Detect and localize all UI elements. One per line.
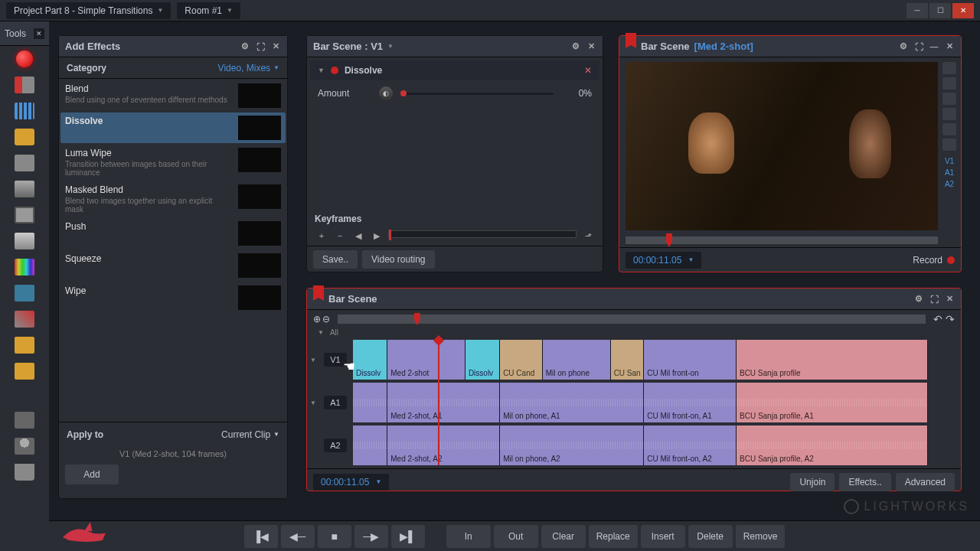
- effect-instance-row[interactable]: ▼ Dissolve ✕: [310, 60, 599, 80]
- clip[interactable]: Dissolv: [353, 340, 387, 380]
- remove-button[interactable]: Remove: [736, 525, 786, 548]
- close-icon[interactable]: ✕: [944, 41, 955, 52]
- media-tool[interactable]: [0, 176, 49, 202]
- play-icon[interactable]: ▶: [370, 229, 384, 243]
- routing-button[interactable]: Video routing: [362, 250, 435, 269]
- keyframe-track[interactable]: [388, 230, 577, 238]
- user-tool[interactable]: [0, 433, 49, 459]
- viewer-scrubber[interactable]: [626, 236, 938, 244]
- timeline-ruler[interactable]: [338, 315, 926, 324]
- keypad-tool[interactable]: [0, 407, 49, 433]
- down-icon[interactable]: [942, 108, 956, 120]
- goto-start-button[interactable]: ▐◀: [244, 525, 278, 548]
- track-v1-toggle[interactable]: V1: [945, 157, 954, 165]
- close-icon[interactable]: ✕: [270, 41, 281, 52]
- step-forward-button[interactable]: ─▶: [354, 525, 388, 548]
- amount-slider[interactable]: [400, 93, 554, 95]
- enable-dot-icon[interactable]: [331, 67, 338, 74]
- effect-item-dissolve[interactable]: Dissolve: [60, 112, 286, 143]
- video-preview[interactable]: [626, 62, 938, 230]
- prev-keyframe-icon[interactable]: ◀: [351, 229, 365, 243]
- unjoin-button[interactable]: Unjoin: [790, 473, 835, 491]
- track-a1-toggle[interactable]: A1: [945, 168, 954, 177]
- apply-target-dropdown[interactable]: Current Clip ▼: [221, 429, 279, 440]
- ruler-playhead[interactable]: [414, 313, 420, 325]
- all-label[interactable]: All: [330, 328, 338, 337]
- clip[interactable]: Mil on phone: [543, 340, 611, 380]
- playhead-icon[interactable]: [389, 230, 391, 240]
- clip[interactable]: Med 2-shot, A2: [387, 425, 500, 465]
- clear-button[interactable]: Clear: [541, 525, 586, 548]
- clip[interactable]: CU Mil front-on, A1: [644, 383, 737, 422]
- folder-icon[interactable]: [942, 62, 956, 74]
- refresh-icon[interactable]: [942, 123, 956, 135]
- track-a2-toggle[interactable]: A2: [945, 180, 954, 188]
- restore-icon[interactable]: ⛶: [913, 41, 924, 52]
- list-icon[interactable]: [942, 77, 956, 90]
- fx-tool[interactable]: [0, 306, 49, 332]
- minimize-button[interactable]: ─: [906, 3, 928, 18]
- save-button[interactable]: Save..: [313, 250, 358, 269]
- close-icon[interactable]: ✕: [586, 41, 596, 52]
- effect-item-masked-blend[interactable]: Masked BlendBlend two images together us…: [60, 181, 286, 217]
- color-tool[interactable]: [0, 254, 49, 280]
- effect-item-luma-wipe[interactable]: Luma WipeTransition between images based…: [60, 145, 286, 180]
- clip[interactable]: CU Mil front-on: [644, 340, 737, 380]
- project-dropdown[interactable]: Project Part 8 - Simple Transitions ▼: [6, 2, 171, 19]
- export-tool[interactable]: [0, 358, 49, 384]
- record-button[interactable]: Record: [913, 255, 955, 266]
- import-tool[interactable]: [0, 72, 49, 98]
- step-back-button[interactable]: ◀─: [281, 525, 315, 548]
- gear-icon[interactable]: ⚙: [898, 41, 909, 52]
- delete-button[interactable]: Delete: [688, 525, 733, 548]
- close-icon[interactable]: ✕: [34, 28, 44, 39]
- timecode-field[interactable]: 00:00:11.05 ▼: [626, 252, 701, 269]
- gear-icon[interactable]: ⚙: [913, 294, 924, 305]
- search-tool[interactable]: [0, 124, 49, 150]
- clip[interactable]: CU Mil front-on, A2: [644, 425, 737, 465]
- record-tool[interactable]: [0, 46, 49, 72]
- track-label-a2[interactable]: A2: [324, 439, 346, 452]
- calc-tool[interactable]: [0, 280, 49, 306]
- stopwatch-icon[interactable]: ◐: [379, 86, 393, 100]
- room-dropdown[interactable]: Room #1 ▼: [177, 2, 240, 19]
- advanced-button[interactable]: Advanced: [896, 473, 955, 491]
- remove-keyframe-icon[interactable]: −: [333, 229, 347, 243]
- edit-tool[interactable]: [0, 98, 49, 124]
- effect-item-push[interactable]: Push: [60, 218, 286, 249]
- redo-icon[interactable]: ↷: [946, 313, 955, 325]
- add-keyframe-icon[interactable]: +: [315, 229, 328, 243]
- slider-handle[interactable]: [400, 90, 407, 96]
- close-icon[interactable]: ✕: [944, 294, 955, 305]
- output-icon[interactable]: [942, 139, 956, 151]
- clip[interactable]: CU Cand: [500, 340, 543, 380]
- clip[interactable]: Mil on phone, A1: [500, 383, 644, 422]
- expand-icon[interactable]: ▼: [318, 67, 325, 74]
- effects-button[interactable]: Effects..: [839, 473, 890, 491]
- timecode-field[interactable]: 00:00:11.05 ▼: [313, 474, 389, 491]
- clip[interactable]: [353, 383, 387, 422]
- clip[interactable]: BCU Sanja profile, A1: [737, 383, 928, 422]
- zoom-out-icon[interactable]: ⊖: [322, 314, 330, 324]
- mark-in-button[interactable]: In: [446, 525, 491, 548]
- insert-button[interactable]: Insert: [641, 525, 685, 548]
- goto-end-button[interactable]: ▶▌: [391, 525, 425, 548]
- clip[interactable]: Dissolv: [466, 340, 500, 380]
- category-filter[interactable]: Video, Mixes ▼: [218, 63, 279, 73]
- v1-clips[interactable]: DissolvMed 2-shotDissolvCU CandMil on ph…: [353, 340, 961, 380]
- clip[interactable]: Med 2-shot: [387, 340, 466, 380]
- clip[interactable]: BCU Sanja profile: [737, 340, 928, 380]
- a2-clips[interactable]: Med 2-shot, A2Mil on phone, A2CU Mil fro…: [353, 425, 961, 465]
- close-button[interactable]: ✕: [952, 3, 974, 18]
- disk-tool[interactable]: [0, 228, 49, 254]
- expand-icon[interactable]: ▼: [318, 329, 324, 336]
- clip[interactable]: Mil on phone, A2: [500, 425, 644, 465]
- gear-icon[interactable]: ⚙: [240, 41, 250, 52]
- mark-out-button[interactable]: Out: [494, 525, 538, 548]
- gear-icon[interactable]: ⚙: [570, 41, 581, 52]
- clip[interactable]: CU San: [611, 340, 645, 380]
- maximize-button[interactable]: ☐: [929, 3, 951, 18]
- clip[interactable]: BCU Sanja profile, A2: [737, 425, 928, 465]
- maximize-icon[interactable]: ⛶: [255, 41, 266, 52]
- expand-icon[interactable]: ▼: [310, 399, 316, 406]
